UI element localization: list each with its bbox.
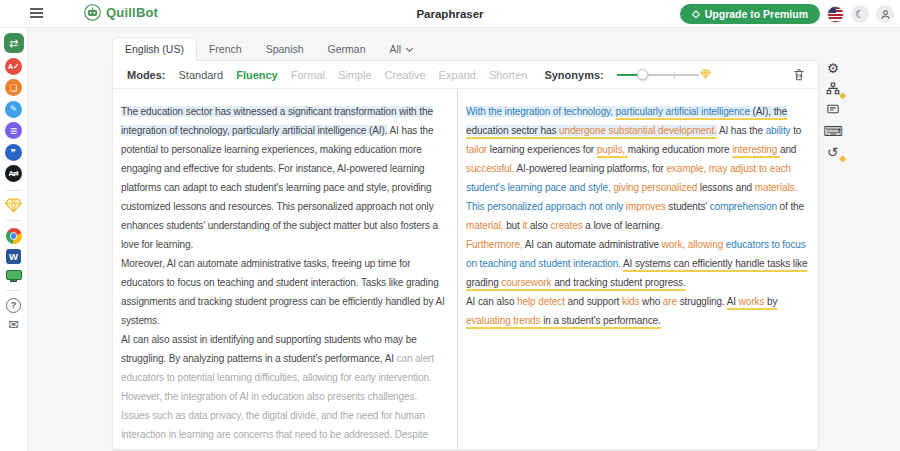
citation-generator-icon[interactable]: ❞ [5,144,22,161]
text-segment[interactable]: giving personalized [613,182,699,193]
text-segment[interactable]: struggling. [680,296,727,307]
text-segment[interactable]: creates [551,220,586,231]
mode-expand[interactable]: Expand [439,69,476,81]
compare-modes-icon[interactable]: ◆ [825,81,841,96]
tab-all[interactable]: All [378,38,425,61]
dark-mode-toggle[interactable]: ☾ [851,5,869,23]
text-segment[interactable]: of the [780,201,804,212]
text-segment[interactable]: and tracking student progress. [554,277,686,288]
text-segment[interactable]: materials. [755,182,797,193]
text-segment[interactable]: help detect [517,296,568,307]
text-segment[interactable]: AI-powered learning platforms, for [517,163,667,174]
trash-icon [792,67,806,82]
text-segment[interactable]: are [663,296,680,307]
text-segment[interactable]: learning experiences for [490,144,597,155]
hotkeys-icon[interactable]: ⌨ [825,123,841,138]
app-sidebar: ⇄A✓❏✎≡❞A⇄W?✉ [0,28,28,451]
mode-standard[interactable]: Standard [179,69,224,81]
plagiarism-checker-icon[interactable]: ❏ [5,79,22,96]
text-segment[interactable]: example, may adjust to each [666,163,791,174]
tab-french[interactable]: French [197,38,254,61]
text-segment[interactable]: AI can automate administrative [525,239,662,250]
text-segment[interactable]: by [767,296,777,307]
text-segment[interactable]: student's learning pace and style, [466,182,613,193]
text-segment[interactable]: pupils, [597,144,628,155]
mode-formal[interactable]: Formal [291,69,325,81]
summarizer-icon[interactable]: ≡ [5,122,22,139]
text-segment[interactable]: a love of learning. [585,220,662,231]
sidebar-divider [6,220,22,221]
text-segment[interactable]: lessons and [700,182,755,193]
co-writer-icon[interactable]: ✎ [5,101,22,118]
text-segment[interactable]: it [522,220,529,231]
upgrade-premium-button[interactable]: ◇ Upgrade to Premium [680,4,820,24]
sidebar-divider [6,190,22,191]
paragraph: AI can also help detect and support kids… [466,292,808,330]
quillbot-robot-icon [84,4,101,21]
text-segment[interactable]: comprehension [710,201,780,212]
tab-german[interactable]: German [316,38,378,61]
text-segment[interactable]: but [506,220,522,231]
text-segment[interactable]: Furthermore, [466,239,525,250]
output-text-editor[interactable]: With the integration of technology, part… [458,89,818,449]
synonyms-slider[interactable] [617,68,709,82]
text-segment[interactable]: particularly artificial intelligence [616,106,753,117]
premium-icon[interactable] [5,198,22,213]
paraphraser-icon[interactable]: ⇄ [4,33,24,53]
chrome-extension-icon[interactable] [6,228,22,244]
settings-icon[interactable]: ⚙ [825,60,841,75]
text-segment[interactable]: to [793,125,801,136]
text-segment[interactable]: interesting [732,144,780,155]
text-segment[interactable]: and [780,144,796,155]
contact-us-icon[interactable]: ✉ [8,317,19,332]
desktop-app-icon[interactable] [6,268,22,282]
text-segment[interactable]: AI [727,296,739,307]
word-add-in-icon[interactable]: W [6,249,21,264]
text-segment[interactable]: kids [622,296,642,307]
text-segment[interactable]: With the integration of technology, [466,106,616,117]
delete-text-button[interactable] [792,67,806,82]
text-segment[interactable]: also [530,220,551,231]
text-segment: AI has the potential to personalize lear… [121,125,438,250]
text-segment[interactable]: material, [466,220,506,231]
translator-icon[interactable]: A⇄ [5,165,22,182]
premium-gem-icon: ◇ [692,9,700,19]
mode-shorten[interactable]: Shorten [489,69,528,81]
mode-creative[interactable]: Creative [385,69,426,81]
text-segment[interactable]: tailor [466,144,490,155]
text-segment[interactable]: This personalized approach not only [466,201,626,212]
text-segment[interactable]: improves [626,201,668,212]
text-segment[interactable]: work, allowing [662,239,726,250]
menu-icon[interactable] [30,8,43,21]
history-icon[interactable]: ↺◆ [825,144,841,159]
paraphraser-panel: English (US)FrenchSpanishGermanAll Modes… [112,38,819,450]
text-segment[interactable]: AI has the [717,125,766,136]
slider-thumb[interactable] [637,69,648,80]
text-segment[interactable]: who [642,296,663,307]
text-segment[interactable]: evaluating trends [466,315,543,326]
text-segment[interactable]: coursework [501,277,554,288]
grammar-checker-icon[interactable]: A✓ [5,58,22,75]
tab-spanish[interactable]: Spanish [254,38,316,61]
mode-simple[interactable]: Simple [338,69,372,81]
person-icon [880,9,891,20]
text-segment[interactable]: making education more [628,144,733,155]
help-icon[interactable]: ? [6,298,21,313]
text-segment[interactable]: in a student's performance. [543,315,661,326]
mode-fluency[interactable]: Fluency [236,69,278,81]
account-button[interactable] [876,5,894,23]
text-segment[interactable]: ability [766,125,794,136]
text-segment[interactable]: AI can also [466,296,517,307]
paragraph: The education sector has witnessed a sig… [121,102,447,254]
feedback-icon[interactable] [825,102,841,117]
text-segment: AI can also assist in identifying and su… [121,334,417,364]
input-text-editor[interactable]: The education sector has witnessed a sig… [113,89,458,449]
text-segment[interactable]: and support [568,296,622,307]
text-segment[interactable]: successful. [466,163,517,174]
text-segment[interactable]: undergone substantial development. [559,125,717,136]
quillbot-logo[interactable]: QuillBot [84,4,158,21]
tab-english-us[interactable]: English (US) [112,37,197,61]
us-flag-icon[interactable] [827,6,844,23]
text-segment[interactable]: works [739,296,767,307]
text-segment[interactable]: students' [668,201,710,212]
